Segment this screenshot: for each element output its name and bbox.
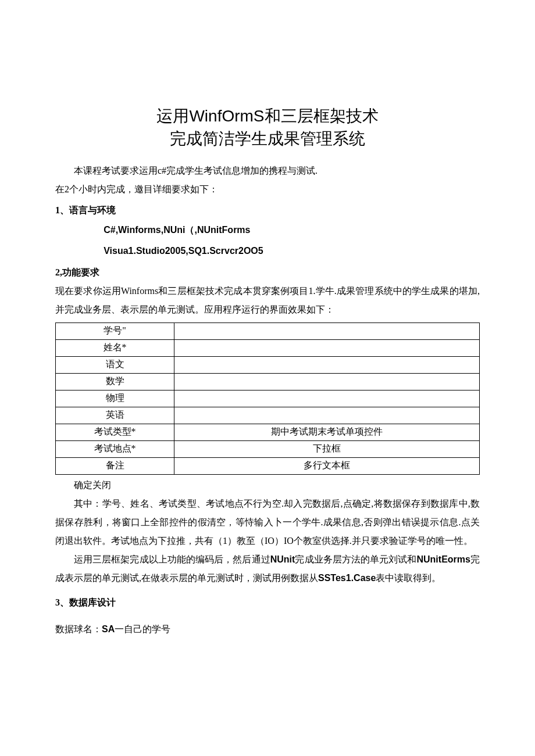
table-row: 备注 多行文本框: [56, 457, 480, 474]
cell-label: 英语: [56, 407, 174, 424]
intro-text: 本课程考试要求运用c#完成学生考试信息增加的携程与测试.: [74, 166, 318, 175]
sec3-bold: SA: [102, 624, 115, 634]
sec2-head-text: 2,功能要求: [55, 267, 99, 277]
document-page: 运用WinfOrmS和三层框架技术 完成简洁学生成果管理系统 本课程考试要求运用…: [0, 0, 535, 673]
p3-bold-2: NUnitEorms: [416, 554, 470, 564]
p3-bold-1: NUnit: [270, 554, 295, 564]
table-row: 语文: [56, 356, 480, 373]
cell-label: 姓名*: [56, 339, 174, 356]
below-table-text: 确定关闭: [55, 476, 480, 495]
cell-label: 学号": [56, 323, 174, 339]
table-row: 物理: [56, 390, 480, 407]
title-latin: WinfOrmS: [189, 107, 264, 125]
cell-label: 备注: [56, 457, 174, 474]
section-1-heading: 1、语言与环境: [55, 201, 480, 220]
table-row: 姓名*: [56, 339, 480, 356]
cell-label: 物理: [56, 390, 174, 407]
table-row: 数学: [56, 373, 480, 390]
cell-value: [174, 390, 480, 407]
title-part-2: 和三层框架技术: [265, 107, 379, 125]
table-row: 学号": [56, 323, 480, 339]
sec3-head-text: 3、数据库设计: [55, 597, 116, 607]
section-2-p2: 其中：学号、姓名、考试类型、考试地点不行为空.却入完数据后,点确定,将数据保存到…: [55, 495, 480, 550]
cell-value: 多行文本框: [174, 457, 480, 474]
sec3-p1a: 数据球名：: [55, 624, 102, 634]
cell-label: 考试地点*: [56, 440, 174, 457]
section-2-p1: 现在要求你运用Winforms和三层框架技术完成本贯穿案例项目1.学牛.成果管理…: [55, 282, 480, 319]
p3-part-a: 运用三层框架完成以上功能的编码后，然后通过: [74, 554, 270, 564]
p3-bold-3: SSTes1.Case: [318, 573, 376, 583]
section-3-p1: 数据球名：SA一自己的学号: [55, 620, 480, 639]
cell-label: 考试类型*: [56, 424, 174, 440]
title-line-2: 完成简洁学生成果管理系统: [170, 130, 365, 148]
table-row: 英语: [56, 407, 480, 424]
cell-label: 语文: [56, 356, 174, 373]
title-part-1: 运用: [156, 107, 189, 125]
code-line-1: C#,Winforms,NUni（,NUnitForms: [104, 220, 480, 240]
p3-part-d: 表中读取得到。: [376, 573, 441, 583]
intro-paragraph: 本课程考试要求运用c#完成学生考试信息增加的携程与测试.: [55, 162, 480, 180]
document-title: 运用WinfOrmS和三层框架技术 完成简洁学生成果管理系统: [55, 105, 480, 150]
cell-value: [174, 373, 480, 390]
form-table: 学号" 姓名* 语文 数学 物理 英语 考试类型* 期中考试期末考试单项控件 考: [55, 323, 480, 475]
table-row: 考试类型* 期中考试期末考试单项控件: [56, 424, 480, 440]
section-2-p3: 运用三层框架完成以上功能的编码后，然后通过NUnit完成业务层方法的单元刘试和N…: [55, 550, 480, 587]
cell-value: 期中考试期末考试单项控件: [174, 424, 480, 440]
sec3-p1b: 一自己的学号: [115, 624, 170, 634]
cell-value: [174, 356, 480, 373]
time-req-text: 在2个小时内完成，邀目详细要求如下：: [55, 184, 218, 194]
cell-value: 下拉框: [174, 440, 480, 457]
code-line-2: Visua1.Studio2005,SQ1.Scrvcr2OO5: [104, 241, 480, 261]
table-row: 考试地点* 下拉框: [56, 440, 480, 457]
cell-label: 数学: [56, 373, 174, 390]
time-requirement: 在2个小时内完成，邀目详细要求如下：: [55, 180, 480, 199]
cell-value: [174, 339, 480, 356]
sec1-head-text: 1、语言与环境: [55, 205, 116, 215]
section-2-heading: 2,功能要求: [55, 263, 480, 282]
cell-value: [174, 407, 480, 424]
cell-value: [174, 323, 480, 339]
p3-part-b: 完成业务层方法的单元刘试和: [295, 554, 416, 564]
section-3-heading: 3、数据库设计: [55, 593, 480, 612]
